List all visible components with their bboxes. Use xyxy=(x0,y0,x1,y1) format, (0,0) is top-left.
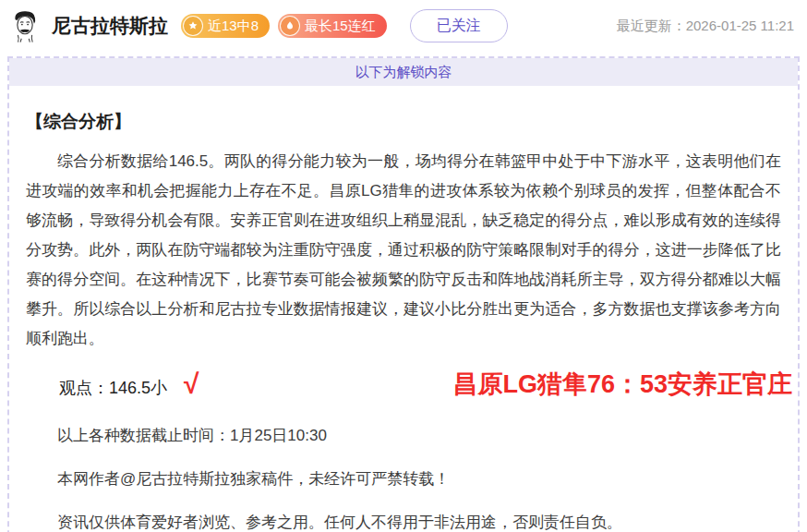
article-content: 【综合分析】 综合分析数据给146.5。两队的得分能力较为一般，场均得分在韩篮甲… xyxy=(9,110,798,532)
unlock-banner: 以下为解锁内容 xyxy=(9,58,798,86)
viewpoint-value: 146.5小 xyxy=(109,379,167,397)
author-name: 尼古拉特斯拉 xyxy=(52,13,168,39)
recent-record-label: 近13中8 xyxy=(208,18,259,35)
data-deadline: 以上各种数据截止时间：1月25日10:30 xyxy=(26,425,781,447)
copyright-notice: 本网作者@尼古拉特斯拉独家稿件，未经许可严禁转载！ xyxy=(26,468,781,490)
unlocked-content-box: 以下为解锁内容 【综合分析】 综合分析数据给146.5。两队的得分能力较为一般，… xyxy=(7,56,800,532)
viewpoint-row: 观点：146.5小√ 昌原LG猎隼76：53安养正官庄 xyxy=(26,365,781,404)
recent-record-badge: 近13中8 xyxy=(181,14,270,38)
final-score: 昌原LG猎隼76：53安养正官庄 xyxy=(452,365,792,404)
streak-label: 最长15连红 xyxy=(305,18,376,35)
disclaimer: 资讯仅供体育爱好者浏览、参考之用。任何人不得用于非法用途，否则责任自负。 xyxy=(26,512,781,532)
avatar[interactable] xyxy=(7,8,42,43)
follow-button[interactable]: 已关注 xyxy=(410,9,508,42)
last-updated-time: 2026-01-25 11:21 xyxy=(686,18,794,33)
author-header: 尼古拉特斯拉 近13中8 最长15连红 已关注 最近更新：2026-01-25 … xyxy=(0,0,807,52)
last-updated: 最近更新：2026-01-25 11:21 xyxy=(617,18,794,35)
star-icon xyxy=(183,16,203,36)
viewpoint-label: 观点： xyxy=(59,379,109,397)
streak-badge: 最长15连红 xyxy=(278,14,387,38)
analysis-paragraph: 综合分析数据给146.5。两队的得分能力较为一般，场均得分在韩篮甲中处于中下游水… xyxy=(26,147,781,354)
correct-check-mark: √ xyxy=(184,369,199,399)
last-updated-label: 最近更新： xyxy=(617,18,686,33)
section-title: 【综合分析】 xyxy=(26,110,781,134)
flame-icon xyxy=(280,16,300,36)
